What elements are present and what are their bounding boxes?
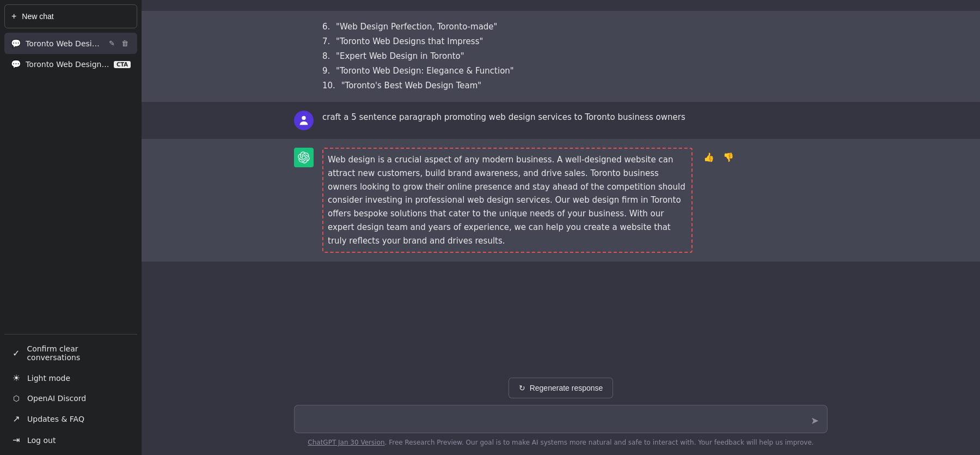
thumbs-up-button[interactable]: 👍 xyxy=(701,150,716,165)
list-item-9: 9. "Toronto Web Design: Elegance & Funct… xyxy=(322,64,514,78)
user-message-text: craft a 5 sentence paragraph promoting w… xyxy=(322,112,685,122)
logout-item[interactable]: ⇥ Log out xyxy=(4,429,137,451)
message-actions: 👍 👎 xyxy=(701,148,736,253)
list-num-7: 7. xyxy=(322,37,330,46)
chat-item-label-2: Toronto Web Design Firm xyxy=(26,60,109,69)
sun-icon: ☀ xyxy=(11,373,22,383)
list-item-10: 10. "Toronto's Best Web Design Team" xyxy=(322,78,514,93)
numbered-list-content: 6. "Web Design Perfection, Toronto-made"… xyxy=(322,20,514,93)
list-num-8: 8. xyxy=(322,51,330,61)
list-num-10: 10. xyxy=(322,81,335,90)
user-avatar xyxy=(294,111,314,130)
logout-icon: ⇥ xyxy=(11,435,22,445)
list-message-row: 6. "Web Design Perfection, Toronto-made"… xyxy=(142,11,980,102)
assistant-message-content: Web design is a crucial aspect of any mo… xyxy=(322,148,693,253)
assistant-message-row: Web design is a crucial aspect of any mo… xyxy=(142,139,980,262)
chat-input[interactable] xyxy=(294,405,828,434)
logout-label: Log out xyxy=(27,436,56,445)
external-link-icon: ↗ xyxy=(11,414,22,424)
discord-item[interactable]: ⬡ OpenAI Discord xyxy=(4,389,137,408)
list-text-7: "Toronto Web Designs that Impress" xyxy=(336,37,483,46)
chat-item-2[interactable]: 💬 Toronto Web Design Firm CTA xyxy=(4,54,137,75)
list-message-inner: 6. "Web Design Perfection, Toronto-made"… xyxy=(294,20,828,102)
chat-item-label-1: Toronto Web Design SI xyxy=(26,39,102,48)
chat-messages: 6. "Web Design Perfection, Toronto-made"… xyxy=(142,0,980,369)
discord-label: OpenAI Discord xyxy=(27,394,86,403)
list-text-8: "Expert Web Design in Toronto" xyxy=(336,51,464,61)
checkmark-icon: ✓ xyxy=(11,348,21,359)
light-mode-item[interactable]: ☀ Light mode xyxy=(4,367,137,389)
new-chat-label: New chat xyxy=(22,12,53,21)
edit-chat-button[interactable]: ✎ xyxy=(107,38,117,48)
user-message-row: craft a 5 sentence paragraph promoting w… xyxy=(142,102,980,139)
highlighted-response: Web design is a crucial aspect of any mo… xyxy=(322,148,693,253)
chat-icon: 💬 xyxy=(11,39,21,48)
regenerate-label: Regenerate response xyxy=(530,384,603,392)
delete-chat-button[interactable]: 🗑 xyxy=(119,38,131,48)
list-item-7: 7. "Toronto Web Designs that Impress" xyxy=(322,34,514,49)
user-message-content: craft a 5 sentence paragraph promoting w… xyxy=(322,111,693,130)
chat-item-badge-2: CTA xyxy=(114,61,131,68)
thumbs-down-button[interactable]: 👎 xyxy=(721,150,736,165)
send-button[interactable]: ➤ xyxy=(808,412,821,429)
discord-icon: ⬡ xyxy=(11,394,22,403)
list-text-9: "Toronto Web Design: Elegance & Function… xyxy=(336,66,514,76)
regenerate-button[interactable]: ↻ Regenerate response xyxy=(509,378,614,398)
footer-link[interactable]: ChatGPT Jan 30 Version xyxy=(308,439,384,446)
input-box-wrap: ➤ xyxy=(294,405,828,436)
regenerate-wrap: ↻ Regenerate response xyxy=(294,378,828,398)
confirm-clear-label: Confirm clear conversations xyxy=(27,344,131,362)
chat-history: 💬 Toronto Web Design SI ✎ 🗑 💬 Toronto We… xyxy=(4,33,137,330)
assistant-message-text: Web design is a crucial aspect of any mo… xyxy=(328,155,685,246)
avatar-spacer xyxy=(294,20,314,93)
footer-text: . Free Research Preview. Our goal is to … xyxy=(385,439,814,446)
new-chat-button[interactable]: + New chat xyxy=(4,4,137,28)
list-item-6: 6. "Web Design Perfection, Toronto-made" xyxy=(322,20,514,34)
list-item-8: 8. "Expert Web Design in Toronto" xyxy=(322,49,514,64)
chat-item-1[interactable]: 💬 Toronto Web Design SI ✎ 🗑 xyxy=(4,33,137,54)
chat-item-actions: ✎ 🗑 xyxy=(107,38,131,48)
updates-faq-label: Updates & FAQ xyxy=(27,415,84,423)
list-num-6: 6. xyxy=(322,22,330,32)
footer-note: ChatGPT Jan 30 Version. Free Research Pr… xyxy=(294,435,828,451)
list-num-9: 9. xyxy=(322,66,330,76)
list-text-6: "Web Design Perfection, Toronto-made" xyxy=(336,22,497,32)
light-mode-label: Light mode xyxy=(27,374,70,383)
confirm-clear-item[interactable]: ✓ Confirm clear conversations xyxy=(4,339,137,367)
send-icon: ➤ xyxy=(811,415,819,426)
assistant-avatar xyxy=(294,148,314,167)
main-content: 6. "Web Design Perfection, Toronto-made"… xyxy=(142,0,980,455)
svg-point-0 xyxy=(302,116,305,120)
plus-icon: + xyxy=(11,11,16,21)
chat-icon-2: 💬 xyxy=(11,59,21,69)
sidebar: + New chat 💬 Toronto Web Design SI ✎ 🗑 💬… xyxy=(0,0,142,455)
updates-faq-item[interactable]: ↗ Updates & FAQ xyxy=(4,408,137,429)
sidebar-bottom: ✓ Confirm clear conversations ☀ Light mo… xyxy=(4,334,137,451)
input-area: ↻ Regenerate response ➤ ChatGPT Jan 30 V… xyxy=(142,369,980,456)
list-text-10: "Toronto's Best Web Design Team" xyxy=(341,81,482,90)
regenerate-icon: ↻ xyxy=(519,384,525,392)
